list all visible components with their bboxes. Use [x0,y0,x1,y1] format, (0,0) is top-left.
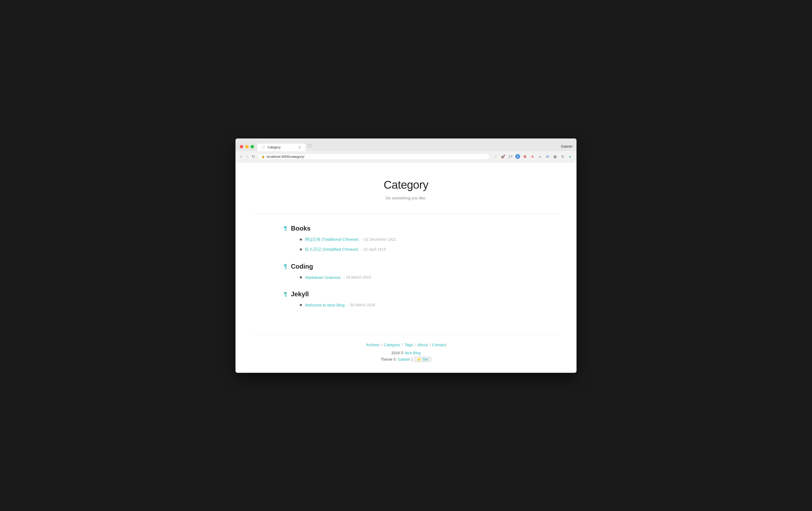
address-bar: ‹ › ↻ 🔒 localhost:4000/category/ ☆ 🚀 ƒ? … [235,151,577,162]
opera-icon[interactable]: O [522,154,528,159]
list-item: 狂人日记 (Simplified Chinese) - 01 April 191… [300,247,528,252]
browser-window: 📄 Category ✕ □ Gabriel ‹ › ↻ 🔒 localhost… [235,139,577,373]
bookmark-icon[interactable]: ☆ [493,154,498,159]
tab-title: Category [267,146,281,149]
bullet-icon [300,276,302,278]
page-header: Category Do something you like. [235,162,577,214]
categories-section: ¶ Books 阿Q正传 (Traditional Chinese) - 01 … [235,214,577,334]
ext-icon-2[interactable]: ▦ [552,154,558,159]
post-date: - 01 December 1921 [362,237,396,242]
infinity-icon[interactable]: ∞ [537,154,543,159]
category-jekyll: ¶ Jekyll Welcome to Nice Blog - 30 March… [284,291,528,307]
category-coding: ¶ Coding Markdown Gramma - 29 March 2016 [284,263,528,280]
category-books: ¶ Books 阿Q正传 (Traditional Chinese) - 01 … [284,224,528,252]
pilcrow-jekyll-icon: ¶ [284,291,287,298]
close-button[interactable] [240,145,243,148]
footer-nav-contact[interactable]: Contact [432,342,446,347]
post-date: - 01 April 1918 [361,247,385,251]
github-icon: ⭐ [417,358,421,361]
category-jekyll-name: Jekyll [291,291,309,298]
page-footer: Archive / Category / Tags / About / Cont… [235,334,577,373]
post-link[interactable]: Welcome to Nice Blog [305,303,345,307]
post-link[interactable]: 狂人日记 (Simplified Chinese) [305,247,358,252]
minimize-button[interactable] [245,145,249,148]
separator: / [402,342,403,347]
user-profile-name: Gabriel [561,144,572,151]
new-tab-button[interactable]: □ [306,141,314,151]
list-item: Markdown Gramma - 29 March 2016 [300,275,528,280]
active-tab[interactable]: 📄 Category ✕ [257,144,306,151]
back-button[interactable]: ‹ [239,153,243,159]
github-star-button[interactable]: ⭐ Star [414,357,431,362]
url-text: localhost:4000/category/ [267,155,304,159]
jekyll-post-list: Welcome to Nice Blog - 30 March 2016 [284,303,528,307]
theme-text: Theme © [381,357,396,362]
author-link[interactable]: Gabriel [398,357,410,362]
refresh-button[interactable]: ↻ [252,154,255,159]
url-bar[interactable]: 🔒 localhost:4000/category/ [258,153,490,160]
footer-nav-archive[interactable]: Archive [366,342,379,347]
books-post-list: 阿Q正传 (Traditional Chinese) - 01 December… [284,237,528,252]
tab-page-icon: 📄 [262,146,265,149]
pilcrow-coding-icon: ¶ [284,263,287,270]
category-coding-heading: ¶ Coding [284,263,528,270]
category-coding-name: Coding [291,263,313,270]
tab-close-button[interactable]: ✕ [298,145,301,149]
ext-icon-4[interactable]: ● [568,154,573,159]
list-item: 阿Q正传 (Traditional Chinese) - 01 December… [300,237,528,242]
bullet-icon [300,239,302,240]
ext-icon-1[interactable]: W [545,154,550,159]
coding-post-list: Markdown Gramma - 29 March 2016 [284,275,528,280]
post-link[interactable]: 阿Q正传 (Traditional Chinese) [305,237,359,242]
page-content: Category Do something you like. ¶ Books … [235,162,577,373]
footer-nav-category[interactable]: Category [384,342,400,347]
footer-copyright: 2018 © Nice Blog [241,351,571,355]
page-title: Category [241,178,571,191]
bullet-icon [300,304,302,306]
page-subtitle: Do something you like. [241,196,571,200]
post-date: - 29 March 2016 [344,275,371,279]
bullet-icon [300,248,302,250]
footer-nav-tags[interactable]: Tags [404,342,413,347]
badge-icon[interactable]: 3 [515,154,520,159]
separator: / [414,342,416,347]
post-link[interactable]: Markdown Gramma [305,275,341,280]
pilcrow-books-icon: ¶ [284,225,287,232]
copyright-text: 2018 © [391,351,403,355]
traffic-lights [240,145,254,151]
list-item: Welcome to Nice Blog - 30 March 2016 [300,303,528,307]
help-icon[interactable]: ƒ? [508,154,513,159]
footer-nav-about[interactable]: About [417,342,428,347]
separator: / [429,342,430,347]
toolbar-icons: ☆ 🚀 ƒ? 3 O A ∞ W ▦ S ● [493,154,573,159]
title-bar: 📄 Category ✕ □ Gabriel [235,139,577,151]
maximize-button[interactable] [251,145,254,148]
post-date: - 30 March 2016 [348,303,375,307]
adobe-icon[interactable]: A [530,154,535,159]
category-jekyll-heading: ¶ Jekyll [284,291,528,298]
separator: / [381,342,382,347]
category-books-name: Books [291,224,311,232]
star-label: Star [423,358,428,361]
blog-name-link[interactable]: Nice Blog [405,351,421,355]
security-icon: 🔒 [261,155,265,158]
footer-theme: Theme © Gabriel | ⭐ Star [241,357,571,362]
rocket-icon[interactable]: 🚀 [500,154,505,159]
ext-icon-3[interactable]: S [560,154,565,159]
pipe-separator: | [412,357,413,362]
forward-button[interactable]: › [245,153,249,159]
footer-nav: Archive / Category / Tags / About / Cont… [241,342,571,347]
category-books-heading: ¶ Books [284,224,528,232]
